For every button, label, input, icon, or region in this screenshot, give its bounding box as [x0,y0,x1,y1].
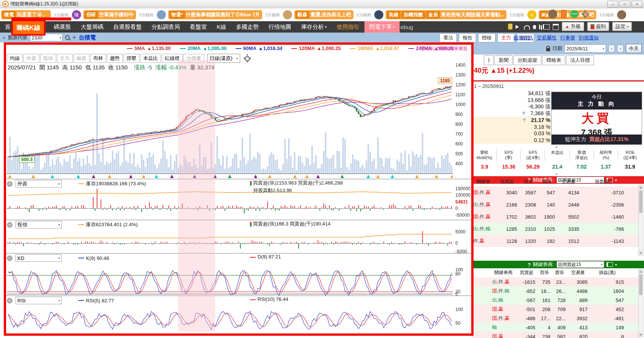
chart-tool-外資[interactable]: 外資 [23,54,39,63]
menu-item-自選股看盤[interactable]: 自選股看盤 [108,21,147,33]
table-row[interactable]: 輸-4054409413149 [472,323,638,332]
chart-tool-紅綠燈[interactable]: 紅綠燈 [162,54,183,63]
close-pane-icon[interactable]: × [7,298,13,304]
grid-icon[interactable] [606,262,613,267]
buy-table-scrollbar[interactable]: ▲ ▼ [638,185,643,255]
stock-button-體檢[interactable]: 體檢 [478,33,496,42]
trust-pane-chart[interactable] [7,229,453,253]
user-avatar[interactable] [374,10,383,19]
menu-item-閃電下單[interactable]: 閃電下單▾ [364,21,400,33]
settings-button[interactable]: 設定▾ [612,22,632,31]
notes-icon[interactable] [508,23,513,30]
back-arrow-icon[interactable]: ‹ [3,34,5,41]
rsi-pane-select[interactable]: RSI▾ [16,297,62,304]
date-input[interactable]: 2025/9/11▾ [564,44,606,53]
stock-link-行事曆[interactable]: 行事曆 [560,34,575,41]
close-pane-icon[interactable]: × [7,255,13,261]
user-avatar[interactable]: ☺ [527,10,536,19]
chart-tool-投信[interactable]: 投信 [40,54,56,63]
table-row[interactable]: 作,赢112813201921512-1143 [472,235,638,247]
help-icon[interactable]: ? [523,117,526,123]
stock-button-報告[interactable]: 報告 [459,33,476,42]
panel-tab-分點追蹤[interactable]: 分點追蹤 [513,55,541,65]
user-avatar[interactable] [548,9,557,19]
user-avatar[interactable] [157,10,166,19]
close-button[interactable]: × [631,1,642,8]
chart-tool-融資[interactable]: 融資 [73,54,89,63]
minimize-button[interactable]: – [607,1,618,8]
foreign-pane-select[interactable]: 外資▾ [16,180,62,188]
headset-icon[interactable] [524,25,530,30]
chart-tool-趨勢[interactable]: 趨勢 [107,54,123,63]
stock-link-個股資訊[interactable]: 個股資訊 [513,34,533,41]
collapse-icon[interactable]: ▾ [615,263,617,267]
chart-settings-gear-icon[interactable] [244,55,250,61]
table-row[interactable]: 国,赢-501208709917452 [472,305,638,314]
chat-bubble-icon[interactable] [570,10,578,18]
date-prev-button[interactable]: ‹ [608,45,615,52]
close-pane-icon[interactable]: × [7,181,13,187]
window-layout-icon[interactable] [553,24,559,30]
splitter-handle[interactable]: ▼ [555,146,558,149]
table-row[interactable]: 出,輸-567161728889547 [472,296,638,305]
stock-name-link[interactable]: 台積電 [79,34,96,41]
splitter-handle[interactable]: ▼ [555,173,558,176]
promo-icon[interactable] [561,10,567,18]
chat-badge[interactable]: 良維加權指數金居黃老照每天都說隔天要發動... [386,10,506,19]
upgrade-button[interactable]: ▲升級 [562,22,584,31]
chart-tool-均線[interactable]: 均線 [7,54,23,63]
table-row[interactable]: 国,作,赢304035875474134-3710 [472,186,638,199]
period-select[interactable]: 日線(還原)▾ [207,54,240,63]
snapshot-icon[interactable] [543,24,550,30]
add-stock-button[interactable]: + [72,34,76,41]
announcement-icon[interactable] [516,25,521,29]
chart-tool-主力[interactable]: 主力 [57,54,73,63]
menu-item-分點調查局[interactable]: 分點調查局 [147,21,185,33]
menu-item-ebug[interactable]: ebug [400,21,418,33]
table-row[interactable]: 国,作,赢1702360219005502-1460 [472,211,638,223]
trust-pane-select[interactable]: 投信▾ [16,221,62,228]
close-pane-icon[interactable]: × [7,222,13,228]
panel-tab-)[interactable]: ) [484,55,494,65]
stock-button-主力[interactable]: 主力 [497,33,515,42]
help-icon[interactable]: ? [528,262,531,268]
panel-tab-法人目標[interactable]: 法人目標 [566,55,594,65]
table-row[interactable]: 国,赢-3442385828208 [472,332,638,338]
chat-badge[interactable]: 智通*什麼鳥事都讓我遇到了😡Blue 7月 [168,10,263,19]
user-avatar[interactable] [617,10,626,19]
chat-badge[interactable]: 毅嘉震盪,洗洗再北上吧 [294,10,353,19]
pane-divider[interactable] [6,220,471,220]
pane-divider[interactable] [6,179,471,179]
panel-tab-體檢表[interactable]: 體檢表 [542,55,565,65]
stats-icon[interactable] [539,25,540,29]
signin-button[interactable]: 簽到 [587,22,609,31]
gear-icon[interactable] [582,11,588,17]
menu-item-大盤籌碼[interactable]: 大盤籌碼 [76,21,108,33]
user-avatar[interactable] [283,10,292,19]
chart-tool-分價量[interactable]: 分價量 [183,54,204,63]
table-row[interactable]: 出,作,赢216823081402448-2356 [472,199,638,211]
sell-range-select[interactable]: 區間賣超15▾ [556,261,604,268]
foreign-pane-chart[interactable] [7,188,453,220]
menu-item-庫存分析[interactable]: 庫存分析▾ [296,21,332,33]
table-row[interactable]: 国,作,赢-48617...22...3932-491 [472,314,638,323]
date-next-button[interactable]: › [617,45,624,52]
menu-item-多國走勢[interactable]: 多國走勢 [231,21,264,33]
mic-icon[interactable] [533,25,536,29]
stock-button-看法[interactable]: 看法 [439,33,457,42]
today-button[interactable]: 今天 [626,44,642,53]
stock-link-交易屬性[interactable]: 交易屬性 [537,34,556,41]
restore-button[interactable]: □ [619,1,630,8]
menu-item-碼選股[interactable]: 碼選股 [49,21,76,33]
annotation-menu-highlight[interactable]: 籌碼K線 [11,20,45,36]
chart-tool-布林[interactable]: 布林 [90,54,106,63]
table-row[interactable]: 出,作,輸1285231010253335-766 [472,223,638,235]
panel-tab-新聞[interactable]: 新聞 [494,55,513,65]
candlestick-chart[interactable] [7,67,453,179]
pane-divider[interactable] [6,253,471,254]
sell-table-scrollbar[interactable]: ▲ ▼ [638,269,643,337]
stock-link-到價通知[interactable]: 到價通知 [579,34,599,41]
menu-item-看盤室[interactable]: 看盤室 [185,21,212,33]
chart-tool-本益比[interactable]: 本益比 [140,54,161,63]
user-avatar[interactable]: 飛 [72,10,81,19]
